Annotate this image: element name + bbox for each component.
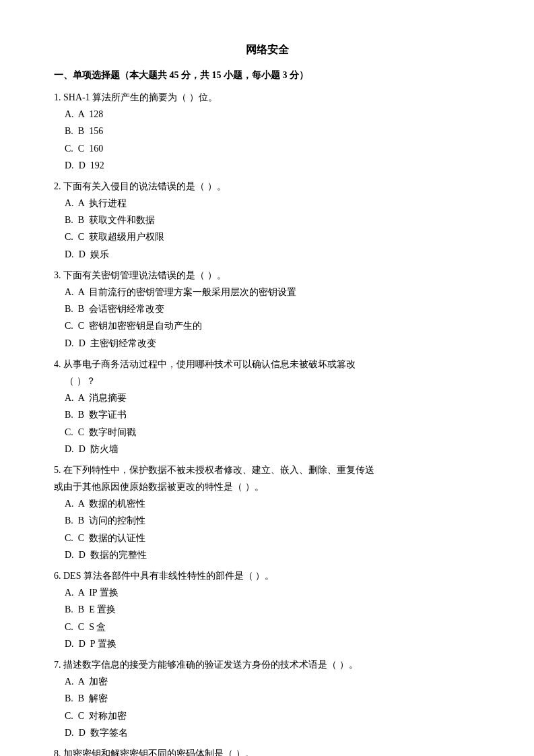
- question-7-option-a: A. A 加密: [54, 673, 480, 690]
- question-3-option-a: A. A 目前流行的密钥管理方案一般采用层次的密钥设置: [54, 284, 480, 301]
- question-2-text: 2. 下面有关入侵目的说法错误的是（ ）。: [54, 178, 480, 195]
- question-6: 6. DES 算法各部件中具有非线性特性的部件是（ ）。 A. A IP 置换 …: [54, 567, 480, 652]
- question-3-option-d: D. D 主密钥经常改变: [54, 335, 480, 352]
- question-4-text: 4. 从事电子商务活动过程中，使用哪种技术可以确认信息未被破坏或篡改: [54, 356, 480, 373]
- question-1-option-c: C. C 160: [54, 140, 480, 157]
- question-4: 4. 从事电子商务活动过程中，使用哪种技术可以确认信息未被破坏或篡改 （ ）？ …: [54, 356, 480, 458]
- questions-container: 1. SHA-1 算法所产生的摘要为（ ）位。 A. A 128 B. B 15…: [54, 89, 480, 756]
- question-5-text-cont: 或由于其他原因使原始数据被更改的特性是（ ）。: [54, 478, 480, 495]
- question-5-option-d: D. D 数据的完整性: [54, 546, 480, 563]
- question-6-option-b: B. B E 置换: [54, 601, 480, 618]
- question-1-option-a: A. A 128: [54, 106, 480, 123]
- section1-header: 一、单项选择题（本大题共 45 分，共 15 小题，每小题 3 分）: [54, 67, 480, 84]
- question-1-option-d: D. D 192: [54, 157, 480, 174]
- question-5: 5. 在下列特性中，保护数据不被未授权者修改、建立、嵌入、删除、重复传送 或由于…: [54, 462, 480, 563]
- page-title: 网络安全: [54, 40, 480, 60]
- question-5-option-b: B. B 访问的控制性: [54, 512, 480, 529]
- question-2-option-a: A. A 执行进程: [54, 195, 480, 212]
- question-1: 1. SHA-1 算法所产生的摘要为（ ）位。 A. A 128 B. B 15…: [54, 89, 480, 174]
- question-1-text: 1. SHA-1 算法所产生的摘要为（ ）位。: [54, 89, 480, 106]
- question-3-text: 3. 下面有关密钥管理说法错误的是（ ）。: [54, 267, 480, 284]
- question-6-text: 6. DES 算法各部件中具有非线性特性的部件是（ ）。: [54, 567, 480, 584]
- question-5-text: 5. 在下列特性中，保护数据不被未授权者修改、建立、嵌入、删除、重复传送: [54, 462, 480, 478]
- question-6-option-d: D. D P 置换: [54, 635, 480, 652]
- question-2: 2. 下面有关入侵目的说法错误的是（ ）。 A. A 执行进程 B. B 获取文…: [54, 178, 480, 263]
- question-4-option-d: D. D 防火墙: [54, 441, 480, 458]
- question-6-option-c: C. C S 盒: [54, 619, 480, 635]
- question-4-text-cont: （ ）？: [54, 373, 480, 389]
- question-4-option-a: A. A 消息摘要: [54, 389, 480, 406]
- question-3-option-c: C. C 密钥加密密钥是自动产生的: [54, 317, 480, 334]
- question-7-option-d: D. D 数字签名: [54, 724, 480, 741]
- question-1-option-b: B. B 156: [54, 123, 480, 139]
- question-5-option-a: A. A 数据的机密性: [54, 495, 480, 512]
- question-6-option-a: A. A IP 置换: [54, 584, 480, 601]
- question-7: 7. 描述数字信息的接受方能够准确的验证发送方身份的技术术语是（ ）。 A. A…: [54, 656, 480, 741]
- question-3: 3. 下面有关密钥管理说法错误的是（ ）。 A. A 目前流行的密钥管理方案一般…: [54, 267, 480, 352]
- question-7-text: 7. 描述数字信息的接受方能够准确的验证发送方身份的技术术语是（ ）。: [54, 656, 480, 673]
- question-7-option-c: C. C 对称加密: [54, 707, 480, 724]
- question-8: 8. 加密密钥和解密密钥不同的密码体制是（ ）。 A. A 公钥密码 B. B …: [54, 745, 480, 756]
- question-3-option-b: B. B 会话密钥经常改变: [54, 301, 480, 317]
- question-2-option-d: D. D 娱乐: [54, 246, 480, 263]
- question-4-option-c: C. C 数字时间戳: [54, 424, 480, 441]
- question-2-option-b: B. B 获取文件和数据: [54, 212, 480, 228]
- question-4-option-b: B. B 数字证书: [54, 406, 480, 423]
- question-2-option-c: C. C 获取超级用户权限: [54, 228, 480, 245]
- question-7-option-b: B. B 解密: [54, 690, 480, 707]
- question-8-text: 8. 加密密钥和解密密钥不同的密码体制是（ ）。: [54, 745, 480, 756]
- question-5-option-c: C. C 数据的认证性: [54, 530, 480, 546]
